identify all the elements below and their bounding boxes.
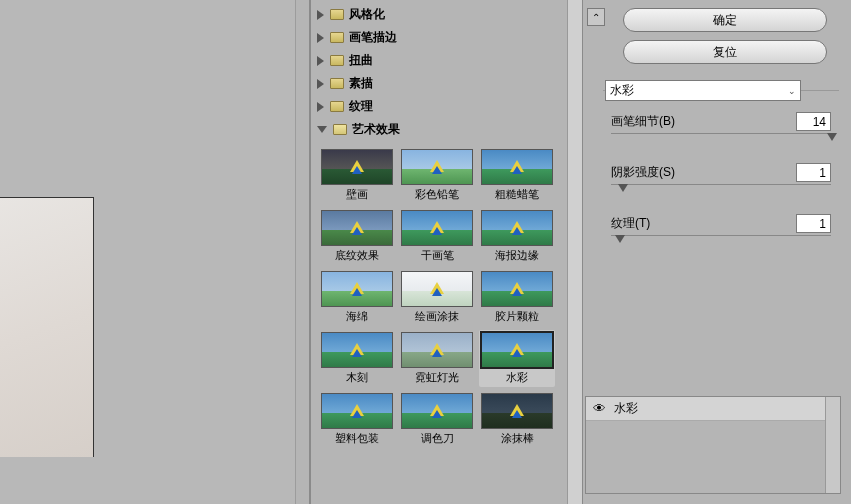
effect-layer-row[interactable]: 👁 水彩 xyxy=(586,397,840,421)
category-label: 艺术效果 xyxy=(352,121,400,138)
slider-thumb-icon xyxy=(827,133,837,141)
thumb-label: 粗糙蜡笔 xyxy=(479,187,555,204)
reset-label: 复位 xyxy=(713,44,737,61)
thumb-underpainting[interactable]: 底纹效果 xyxy=(319,208,395,265)
texture-label: 纹理(T) xyxy=(611,215,650,232)
filter-gallery-panel: 风格化 画笔描边 扭曲 素描 纹理 艺术效果 壁画 彩色铅笔 粗糙蜡笔 底纹效果… xyxy=(311,0,583,504)
thumb-fresco[interactable]: 壁画 xyxy=(319,147,395,204)
category-label: 素描 xyxy=(349,75,373,92)
thumb-sponge[interactable]: 海绵 xyxy=(319,269,395,326)
slider-thumb-icon xyxy=(615,235,625,243)
thumb-smudge-stick[interactable]: 涂抹棒 xyxy=(479,391,555,448)
category-brushstrokes[interactable]: 画笔描边 xyxy=(317,26,574,49)
folder-icon xyxy=(330,101,344,112)
thumb-label: 海绵 xyxy=(319,309,395,326)
slider-thumb-icon xyxy=(618,184,628,192)
thumb-label: 壁画 xyxy=(319,187,395,204)
chevron-right-icon xyxy=(317,79,324,89)
thumb-cutout[interactable]: 木刻 xyxy=(319,330,395,387)
thumb-label: 干画笔 xyxy=(399,248,475,265)
thumb-rough-pastels[interactable]: 粗糙蜡笔 xyxy=(479,147,555,204)
filter-select[interactable]: 水彩 ⌄ xyxy=(605,80,801,101)
thumb-plastic-wrap[interactable]: 塑料包装 xyxy=(319,391,395,448)
visibility-eye-icon[interactable]: 👁 xyxy=(590,401,608,416)
thumb-watercolor[interactable]: 水彩 xyxy=(479,330,555,387)
thumb-label: 木刻 xyxy=(319,370,395,387)
brush-detail-input[interactable] xyxy=(796,112,831,131)
chevron-right-icon xyxy=(317,33,324,43)
category-label: 画笔描边 xyxy=(349,29,397,46)
shadow-intensity-label: 阴影强度(S) xyxy=(611,164,675,181)
thumb-poster-edges[interactable]: 海报边缘 xyxy=(479,208,555,265)
effect-name: 水彩 xyxy=(614,400,638,417)
category-stylize[interactable]: 风格化 xyxy=(317,3,574,26)
thumb-label: 绘画涂抹 xyxy=(399,309,475,326)
chevron-down-icon xyxy=(317,126,327,133)
filter-thumbnails-grid: 壁画 彩色铅笔 粗糙蜡笔 底纹效果 干画笔 海报边缘 海绵 绘画涂抹 胶片颗粒 … xyxy=(317,141,574,448)
shadow-intensity-input[interactable] xyxy=(796,163,831,182)
category-distort[interactable]: 扭曲 xyxy=(317,49,574,72)
thumb-film-grain[interactable]: 胶片颗粒 xyxy=(479,269,555,326)
thumb-label: 水彩 xyxy=(479,370,555,387)
dropdown-arrow-icon: ⌄ xyxy=(788,86,796,96)
thumb-label: 塑料包装 xyxy=(319,431,395,448)
applied-effects-panel: 👁 水彩 xyxy=(585,396,841,494)
thumb-neon-glow[interactable]: 霓虹灯光 xyxy=(399,330,475,387)
reset-button[interactable]: 复位 xyxy=(623,40,827,64)
folder-icon xyxy=(330,55,344,66)
thumb-label: 调色刀 xyxy=(399,431,475,448)
brush-detail-label: 画笔细节(B) xyxy=(611,113,675,130)
folder-icon xyxy=(330,78,344,89)
preview-image[interactable] xyxy=(0,197,94,457)
thumb-palette-knife[interactable]: 调色刀 xyxy=(399,391,475,448)
category-label: 风格化 xyxy=(349,6,385,23)
effects-scrollbar[interactable] xyxy=(825,397,840,493)
settings-panel: ⌃ 确定 复位 水彩 ⌄ 画笔细节(B) 阴影强度(S) 纹理(T) xyxy=(583,0,851,504)
thumb-label: 胶片颗粒 xyxy=(479,309,555,326)
folder-open-icon xyxy=(333,124,347,135)
chevron-right-icon xyxy=(317,102,324,112)
chevron-right-icon xyxy=(317,56,324,66)
thumb-label: 霓虹灯光 xyxy=(399,370,475,387)
ok-button[interactable]: 确定 xyxy=(623,8,827,32)
brush-detail-slider[interactable] xyxy=(611,133,831,147)
thumb-label: 底纹效果 xyxy=(319,248,395,265)
category-label: 扭曲 xyxy=(349,52,373,69)
texture-input[interactable] xyxy=(796,214,831,233)
folder-icon xyxy=(330,32,344,43)
preview-pane xyxy=(0,0,311,504)
folder-icon xyxy=(330,9,344,20)
ok-label: 确定 xyxy=(713,12,737,29)
category-sketch[interactable]: 素描 xyxy=(317,72,574,95)
collapse-button[interactable]: ⌃ xyxy=(587,8,605,26)
category-artistic[interactable]: 艺术效果 xyxy=(317,118,574,141)
category-texture[interactable]: 纹理 xyxy=(317,95,574,118)
category-label: 纹理 xyxy=(349,98,373,115)
texture-slider[interactable] xyxy=(611,235,831,249)
gallery-scrollbar[interactable] xyxy=(567,0,582,504)
filter-select-value: 水彩 xyxy=(610,82,634,99)
thumb-label: 彩色铅笔 xyxy=(399,187,475,204)
chevron-up-icon: ⌃ xyxy=(592,12,600,23)
thumb-paint-daubs[interactable]: 绘画涂抹 xyxy=(399,269,475,326)
thumb-dry-brush[interactable]: 干画笔 xyxy=(399,208,475,265)
shadow-intensity-slider[interactable] xyxy=(611,184,831,198)
thumb-label: 海报边缘 xyxy=(479,248,555,265)
filter-settings-group: 水彩 ⌄ 画笔细节(B) 阴影强度(S) 纹理(T) xyxy=(603,90,839,249)
panel-divider[interactable] xyxy=(295,0,309,504)
chevron-right-icon xyxy=(317,10,324,20)
thumb-label: 涂抹棒 xyxy=(479,431,555,448)
thumb-colored-pencil[interactable]: 彩色铅笔 xyxy=(399,147,475,204)
